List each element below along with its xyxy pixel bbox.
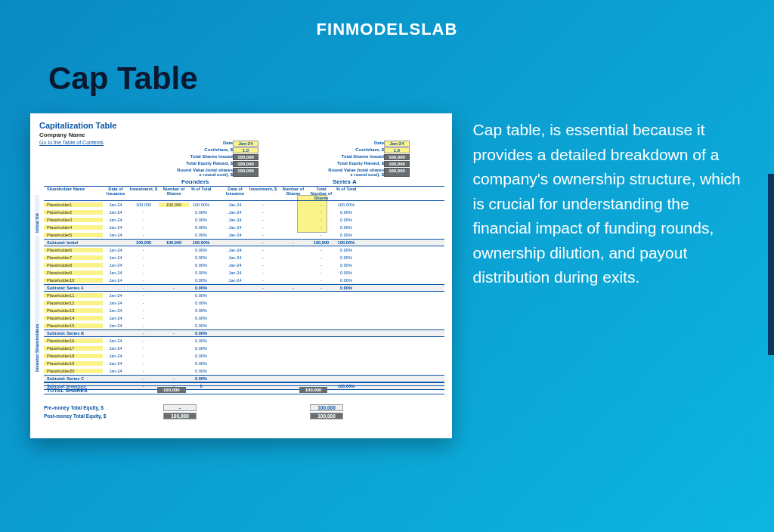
shareholder-name: Placeholder14: [44, 316, 103, 320]
cell-inv: -: [128, 255, 159, 260]
cell-date: Jan-24: [103, 255, 128, 260]
cell-pct: 0.00%: [189, 225, 213, 230]
total-shares-label: TOTAL SHARES: [44, 388, 157, 393]
subtotal-label: Subtotal: Series A: [44, 286, 103, 290]
table-row: Placeholder9Jan-24-0.00%Jan-24--0.00%: [44, 269, 444, 277]
cell-tot: -: [308, 278, 334, 283]
cell-date2: Jan-24: [222, 218, 248, 222]
cell-inv2: -: [248, 218, 278, 222]
summary-label: Round Value (total shares x round cost),…: [174, 168, 233, 177]
shareholder-name: Placeholder8: [44, 263, 103, 268]
description-text: Cap table, is essential because it provi…: [473, 118, 744, 290]
brand-logo: FINMODELSLAB: [0, 0, 774, 47]
cell-pct: 0.00%: [189, 346, 213, 351]
cell-pct: 0.00%: [189, 248, 213, 252]
subtotal-num2: -: [278, 286, 308, 290]
spreadsheet-preview: Capitalization Table Company Name Go to …: [30, 113, 452, 438]
cell-pct: 0.00%: [189, 369, 213, 373]
post-money-row: Post-money Total Equity, $ 100,000 100,0…: [44, 412, 343, 420]
subtotal-pct2: 0.00%: [334, 286, 358, 290]
equity-block: Pre-money Total Equity, $ - 100,000 Post…: [44, 404, 343, 420]
col-date2: Date of Issuance: [222, 187, 248, 200]
group-label-investors: Investor Shareholders: [35, 236, 39, 372]
group-label-initial: Initial SH: [35, 195, 39, 233]
cell-pct: 0.00%: [189, 218, 213, 222]
cell-inv: -: [128, 354, 159, 358]
shareholder-name: Placeholder6: [44, 248, 103, 252]
col-tot: Total Number of Shares: [308, 187, 334, 200]
cell-inv: -: [128, 308, 159, 313]
cell-date: Jan-24: [103, 308, 128, 313]
post-money-v1: 100,000: [163, 413, 197, 419]
summary-value: 1.0: [384, 147, 410, 153]
table-row: Placeholder10Jan-24-0.00%Jan-24--0.00%: [44, 277, 444, 284]
table-row: Placeholder6Jan-24-0.00%Jan-24--0.00%: [44, 246, 444, 254]
cell-inv2: -: [248, 210, 278, 215]
cell-date: Jan-24: [103, 233, 128, 237]
cell-pct2: 0.00%: [334, 210, 358, 215]
subtotal-inv2: -: [248, 240, 278, 245]
summary-value: 100,000: [384, 168, 410, 177]
cell-tot: -: [308, 263, 334, 268]
table-row: Placeholder4Jan-24-0.00%Jan-24--0.00%: [44, 224, 444, 231]
cell-inv: -: [128, 278, 159, 283]
total-shares-v1: 100,000: [157, 387, 186, 393]
subtotal-inv2: -: [248, 286, 278, 290]
table-row: Placeholder7Jan-24-0.00%Jan-24--0.00%: [44, 254, 444, 261]
cell-inv: -: [128, 271, 159, 275]
subtotal-pct: 100.00%: [189, 240, 213, 245]
shareholder-name: Placeholder19: [44, 361, 103, 366]
pre-money-row: Pre-money Total Equity, $ - 100,000: [44, 404, 343, 412]
shareholder-name: Placeholder15: [44, 323, 103, 328]
summary-value: 100,000: [233, 168, 259, 177]
cell-date: Jan-24: [103, 278, 128, 283]
cell-date: Jan-24: [103, 203, 128, 207]
shareholder-name: Placeholder20: [44, 369, 103, 373]
table-row: Placeholder11Jan-24-0.00%: [44, 292, 444, 299]
cell-tot: -: [308, 255, 334, 260]
table-row: Placeholder17Jan-24-0.00%: [44, 345, 444, 352]
shareholder-name: Placeholder1: [44, 203, 103, 207]
cell-date: Jan-24: [103, 316, 128, 320]
shareholder-name: Placeholder3: [44, 218, 103, 222]
cell-tot: -: [308, 233, 334, 237]
cell-pct: 0.00%: [189, 255, 213, 260]
cell-date: Jan-24: [103, 271, 128, 275]
shareholder-name: Placeholder4: [44, 225, 103, 230]
cell-date: Jan-24: [103, 210, 128, 215]
section-header-seriesa: Series A: [333, 178, 357, 185]
subtotal-num2: -: [278, 240, 308, 245]
cell-date: Jan-24: [103, 248, 128, 252]
cell-date: Jan-24: [103, 339, 128, 343]
sheet-title: Capitalization Table: [39, 121, 443, 130]
table-row: Placeholder18Jan-24-0.00%: [44, 352, 444, 360]
cell-num: 100,000: [159, 203, 189, 207]
company-name: Company Name: [39, 131, 443, 138]
col-name: Shareholder Name: [44, 187, 103, 200]
cell-date2: Jan-24: [222, 263, 248, 268]
subtotal-row: Subtotal: Series A--0.00%---0.00%: [44, 284, 444, 292]
cell-date: Jan-24: [103, 225, 128, 230]
shareholder-name: Placeholder5: [44, 233, 103, 237]
cell-inv: -: [128, 301, 159, 305]
summary-value: 100,000: [384, 161, 410, 167]
cell-inv2: -: [248, 203, 278, 207]
subtotal-label: Subtotal: Series B: [44, 331, 103, 336]
subtotal-num: -: [159, 331, 189, 336]
cell-pct2: 0.00%: [334, 263, 358, 268]
subtotal-row: Subtotal: Initial100,000100,000100.00%--…: [44, 239, 444, 246]
cell-inv: -: [128, 218, 159, 222]
table-row: Placeholder5Jan-24-0.00%Jan-24--0.00%: [44, 231, 444, 239]
col-num: Number of Shares: [159, 187, 189, 200]
summary-value: Jan-24: [233, 141, 259, 147]
summary-label: Cost/share, $: [174, 147, 233, 153]
cell-date2: Jan-24: [222, 210, 248, 215]
summary-value: 100,000: [233, 161, 259, 167]
cell-date2: Jan-24: [222, 233, 248, 237]
shareholder-name: Placeholder9: [44, 271, 103, 275]
summary-label: Cost/share, $: [325, 147, 384, 153]
cell-date: Jan-24: [103, 301, 128, 305]
cell-inv: -: [128, 210, 159, 215]
cell-pct2: 0.00%: [334, 278, 358, 283]
cell-pct2: 0.00%: [334, 225, 358, 230]
